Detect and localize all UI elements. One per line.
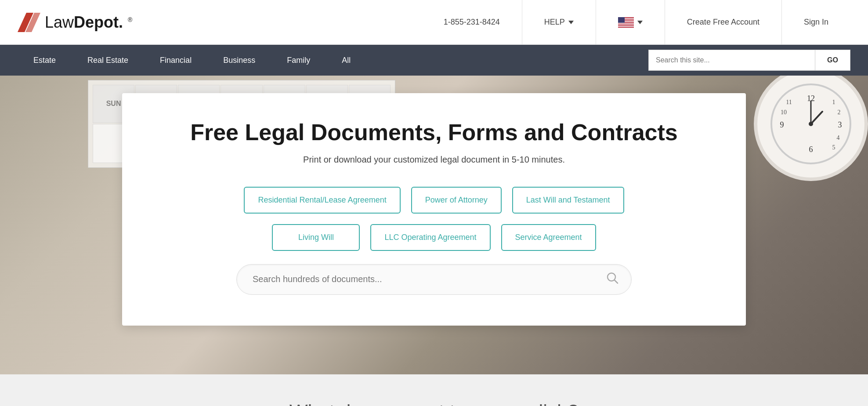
svg-text:5: 5: [832, 144, 835, 151]
btn-service-agreement[interactable]: Service Agreement: [501, 224, 596, 251]
doc-buttons-row-2: Living Will LLC Operating Agreement Serv…: [157, 224, 711, 251]
svg-rect-6: [618, 22, 634, 23]
nav-links: Estate Real Estate Financial Business Fa…: [18, 45, 648, 76]
btn-rental-lease[interactable]: Residential Rental/Lease Agreement: [244, 187, 400, 214]
bottom-title: What do you want to accomplish?: [18, 401, 850, 406]
us-flag-icon: [618, 17, 634, 28]
phone-number: 1-855-231-8424: [422, 0, 522, 45]
main-subtitle: Print or download your customized legal …: [157, 155, 711, 165]
logo-icon: [18, 13, 40, 32]
btn-living-will[interactable]: Living Will: [272, 224, 360, 251]
doc-search-row: [157, 264, 711, 295]
sign-in-button[interactable]: Sign In: [782, 0, 850, 45]
svg-text:2: 2: [838, 109, 841, 116]
doc-search-input[interactable]: [236, 264, 632, 295]
bottom-section: What do you want to accomplish?: [0, 374, 868, 406]
nav-business[interactable]: Business: [207, 45, 271, 76]
nav-estate[interactable]: Estate: [18, 45, 72, 76]
btn-llc-operating[interactable]: LLC Operating Agreement: [370, 224, 490, 251]
secondary-search-button[interactable]: GO: [815, 50, 850, 71]
logo-text: LawDepot. ®: [45, 13, 132, 32]
svg-text:9: 9: [780, 120, 784, 129]
svg-line-25: [615, 280, 618, 283]
svg-point-23: [809, 122, 813, 126]
hero-section: SUN MON TUE WED THU FRI SAT 1 2 3 4 5 6 …: [0, 76, 868, 374]
nav-family[interactable]: Family: [271, 45, 326, 76]
svg-text:3: 3: [838, 120, 842, 129]
create-account-button[interactable]: Create Free Account: [665, 0, 782, 45]
svg-text:4: 4: [837, 134, 840, 141]
main-title: Free Legal Documents, Forms and Contract…: [157, 120, 711, 146]
svg-rect-9: [618, 17, 625, 23]
btn-last-will[interactable]: Last Will and Testament: [512, 187, 624, 214]
svg-text:6: 6: [809, 145, 813, 154]
help-menu[interactable]: HELP: [522, 0, 596, 45]
nav-financial[interactable]: Financial: [144, 45, 207, 76]
top-nav-right: 1-855-231-8424 HELP Create Free Account: [422, 0, 850, 45]
nav-real-estate[interactable]: Real Estate: [72, 45, 144, 76]
nav-all[interactable]: All: [326, 45, 366, 76]
language-selector[interactable]: [596, 0, 665, 45]
svg-text:10: 10: [781, 109, 787, 116]
svg-rect-7: [618, 24, 634, 25]
top-bar: LawDepot. ® 1-855-231-8424 HELP: [0, 0, 868, 45]
svg-text:1: 1: [832, 99, 835, 105]
doc-search-wrap: [236, 264, 632, 295]
secondary-search-input[interactable]: [648, 50, 815, 71]
hero-clock-decoration: 12 3 6 9 1 2 4 5 11 10: [754, 76, 868, 181]
secondary-nav: Estate Real Estate Financial Business Fa…: [0, 45, 868, 76]
logo-area: LawDepot. ®: [18, 13, 422, 32]
help-chevron-icon: [568, 21, 574, 24]
doc-buttons-row-1: Residential Rental/Lease Agreement Power…: [157, 187, 711, 214]
secondary-search: GO: [648, 50, 850, 71]
doc-search-icon: [606, 272, 618, 287]
main-card: Free Legal Documents, Forms and Contract…: [122, 93, 746, 326]
flag-chevron-icon: [637, 21, 643, 24]
svg-text:11: 11: [786, 99, 792, 105]
svg-rect-8: [618, 26, 634, 27]
btn-power-of-attorney[interactable]: Power of Attorney: [411, 187, 502, 214]
